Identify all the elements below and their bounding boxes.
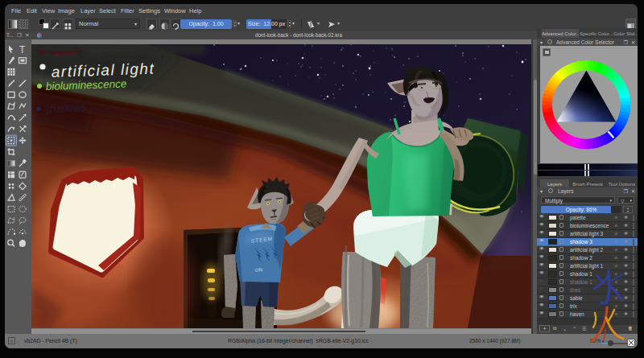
svg-text:ON: ON [255,267,262,273]
svg-text:T: T [19,44,26,56]
svg-text:artificial light: artificial light [51,60,155,80]
